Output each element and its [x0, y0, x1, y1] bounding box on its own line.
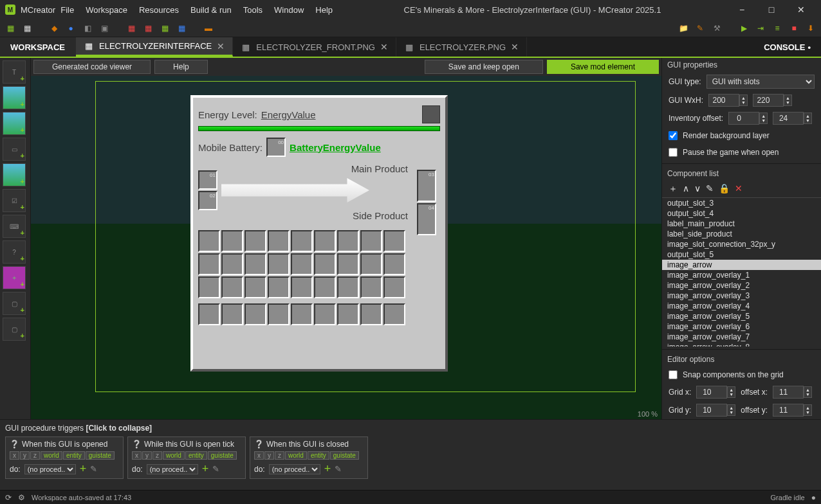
add-procedure-icon[interactable]: +: [80, 462, 87, 476]
hotbar-slot[interactable]: [198, 303, 220, 325]
grid-y-input[interactable]: [696, 404, 727, 417]
inventory-slot[interactable]: [337, 276, 359, 298]
toolbar-icon[interactable]: ●: [64, 22, 77, 35]
add-component-icon[interactable]: ＋: [669, 183, 678, 195]
toolbar-icon[interactable]: ▬: [202, 22, 215, 35]
spinner-arrows[interactable]: ▲▼: [804, 404, 812, 416]
inventory-slot[interactable]: [337, 253, 359, 275]
spinner-arrows[interactable]: ▲▼: [804, 113, 812, 124]
save-mod-element-button[interactable]: Save mod element: [547, 60, 659, 74]
inventory-slot[interactable]: [314, 230, 336, 252]
component-list-item[interactable]: image_arrow_overlay_6: [662, 321, 821, 332]
move-up-icon[interactable]: ∧: [683, 183, 689, 195]
inventory-slot[interactable]: [383, 230, 405, 252]
gui-height-input[interactable]: [753, 94, 784, 107]
inventory-slot[interactable]: [383, 276, 405, 298]
inventory-slot[interactable]: [198, 230, 220, 252]
palette-button-tool[interactable]: ▭: [3, 138, 26, 161]
component-list-item[interactable]: image_slot_connection_32px_y: [662, 239, 821, 249]
render-bg-checkbox[interactable]: [669, 131, 678, 140]
inventory-slot[interactable]: [198, 276, 220, 298]
snap-checkbox[interactable]: [669, 370, 678, 379]
inventory-slot[interactable]: [221, 276, 243, 298]
inventory-slot[interactable]: [291, 230, 313, 252]
slot-04[interactable]: 04: [417, 203, 436, 235]
editor-tab[interactable]: ▦ELECTROLYZERINTERFACE✕: [76, 37, 233, 57]
inv-offset-x-input[interactable]: [728, 112, 759, 125]
toolbar-icon[interactable]: ◧: [81, 22, 94, 35]
toolbar-icon[interactable]: ▣: [98, 22, 111, 35]
help-icon[interactable]: ❔: [254, 440, 264, 449]
pause-checkbox[interactable]: [669, 148, 678, 157]
palette-tooltip-tool[interactable]: ?: [3, 240, 26, 264]
toolbar-icon[interactable]: ▦: [175, 22, 188, 35]
component-list-item[interactable]: output_slot_3: [662, 198, 821, 208]
add-procedure-icon[interactable]: +: [324, 462, 331, 476]
hotbar-slot[interactable]: [383, 303, 405, 325]
toolbar-folder-icon[interactable]: 📁: [677, 22, 690, 35]
toolbar-icon[interactable]: ▦: [158, 22, 171, 35]
toolbar-icon[interactable]: ⚒: [710, 22, 723, 35]
component-list-item[interactable]: image_arrow_overlay_1: [662, 270, 821, 280]
slot-00[interactable]: 00: [266, 138, 286, 157]
inventory-slot[interactable]: [291, 253, 313, 275]
palette-imagebutton-tool[interactable]: [3, 163, 26, 186]
inventory-slot[interactable]: [221, 230, 243, 252]
menu-build---run[interactable]: Build & run: [185, 3, 237, 17]
inventory-slot[interactable]: [244, 230, 266, 252]
console-tab[interactable]: CONSOLE•: [753, 37, 821, 57]
hotbar-slot[interactable]: [360, 303, 382, 325]
toolbar-icon[interactable]: ⬇: [804, 22, 817, 35]
menu-help[interactable]: Help: [310, 3, 338, 17]
toolbar-icon[interactable]: ▦: [125, 22, 138, 35]
edit-procedure-icon[interactable]: ✎: [212, 464, 219, 474]
toolbar-icon[interactable]: ≡: [771, 22, 784, 35]
slot-02[interactable]: 02: [198, 191, 217, 210]
palette-image-tool[interactable]: [3, 86, 26, 109]
hotbar-slot[interactable]: [337, 303, 359, 325]
toolbar-icon[interactable]: ▦: [142, 22, 154, 35]
help-icon[interactable]: ❔: [132, 440, 142, 449]
menu-workspace[interactable]: Workspace: [80, 3, 133, 17]
component-list-item[interactable]: image_arrow_overlay_2: [662, 280, 821, 291]
inventory-slot[interactable]: [244, 276, 266, 298]
hotbar-slot[interactable]: [314, 303, 336, 325]
gui-canvas[interactable]: Energy Level: EnergyValue Mobile Battery…: [31, 76, 661, 419]
edit-procedure-icon[interactable]: ✎: [90, 464, 97, 474]
toolbar-icon[interactable]: ▦: [21, 22, 33, 35]
component-list-item[interactable]: output_slot_4: [662, 208, 821, 219]
toolbar-icon[interactable]: ◆: [48, 22, 60, 35]
window-maximize-button[interactable]: □: [757, 0, 786, 19]
palette-entity-tool[interactable]: ✦: [3, 266, 26, 289]
inventory-slot[interactable]: [198, 253, 220, 275]
inventory-slot[interactable]: [268, 276, 290, 298]
procedure-select[interactable]: (no proced...: [269, 464, 320, 474]
menu-tools[interactable]: Tools: [238, 3, 268, 17]
window-close-button[interactable]: ✕: [786, 0, 816, 19]
generated-code-button[interactable]: Generated code viewer: [33, 60, 151, 74]
component-list-item[interactable]: image_arrow_overlay_7: [662, 332, 821, 342]
procedure-select[interactable]: (no proced...: [147, 464, 198, 474]
inventory-slot[interactable]: [244, 253, 266, 275]
lock-icon[interactable]: 🔒: [719, 183, 730, 195]
palette-checkbox-tool[interactable]: ☑: [3, 189, 26, 212]
inventory-slot[interactable]: [360, 276, 382, 298]
gui-width-input[interactable]: [708, 94, 739, 107]
inventory-slot[interactable]: [360, 230, 382, 252]
add-procedure-icon[interactable]: +: [202, 462, 209, 476]
tab-close-icon[interactable]: ✕: [217, 41, 225, 51]
edit-icon[interactable]: ✎: [706, 183, 714, 195]
tab-close-icon[interactable]: ✕: [380, 42, 388, 52]
window-minimize-button[interactable]: −: [727, 0, 757, 19]
component-list-item[interactable]: image_arrow_overlay_3: [662, 291, 821, 301]
component-list-item[interactable]: image_arrow_overlay_4: [662, 301, 821, 311]
slot-03[interactable]: 03: [417, 170, 436, 202]
toolbar-icon[interactable]: ✎: [694, 22, 706, 35]
save-keep-open-button[interactable]: Save and keep open: [425, 60, 543, 74]
inventory-slot[interactable]: [360, 253, 382, 275]
spinner-arrows[interactable]: ▲▼: [727, 404, 735, 416]
menu-resources[interactable]: Resources: [134, 3, 184, 17]
palette-output-slot-tool[interactable]: ▢: [3, 318, 26, 341]
palette-text-tool[interactable]: T: [3, 60, 26, 84]
procedure-select[interactable]: (no proced...: [24, 464, 76, 474]
